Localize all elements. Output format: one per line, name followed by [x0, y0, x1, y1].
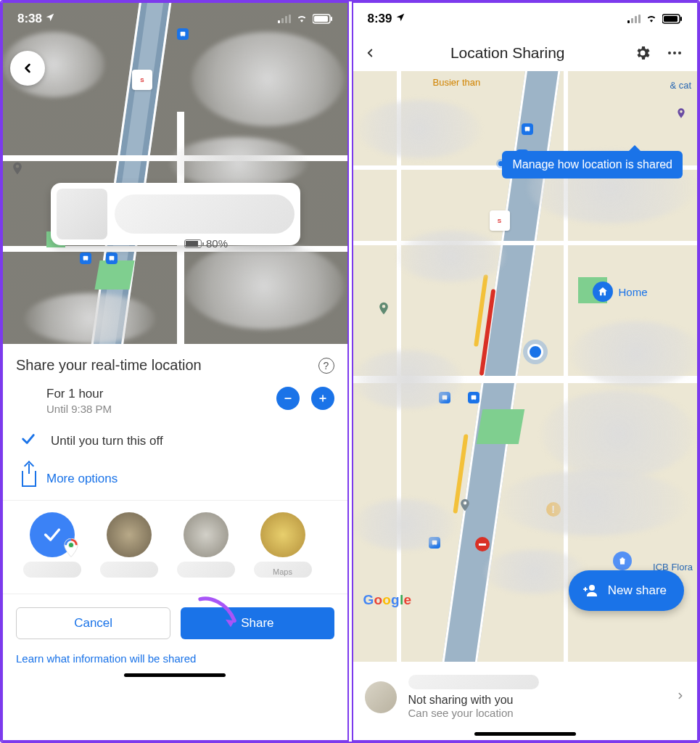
blurred-region — [192, 32, 344, 126]
contact-item[interactable]: Maps — [254, 512, 312, 578]
back-button[interactable] — [10, 51, 45, 86]
contact-avatar — [57, 189, 107, 239]
decrease-duration-button[interactable] — [276, 387, 300, 410]
map-pin-icon — [10, 159, 25, 178]
no-entry-icon — [475, 537, 490, 551]
new-share-button[interactable]: New share — [569, 570, 684, 611]
bus-stop-icon — [106, 253, 118, 264]
map-pin-icon — [675, 106, 687, 120]
contact-item[interactable] — [177, 512, 235, 578]
more-options-button[interactable]: More options — [16, 471, 334, 487]
cellular-icon — [627, 15, 641, 23]
learn-info-label: Learn what information will be shared — [16, 652, 196, 665]
map-park — [94, 260, 134, 290]
location-services-icon — [45, 12, 55, 26]
share-button[interactable]: Share — [181, 607, 334, 639]
map-park — [476, 409, 524, 444]
svg-rect-15 — [585, 587, 586, 591]
busy-label: Busier than — [433, 77, 481, 88]
tooltip-text: Manage how location is shared — [512, 158, 672, 171]
map-pin-icon — [376, 299, 391, 318]
learn-info-link[interactable]: Learn what information will be shared — [16, 652, 334, 665]
contact-avatar — [184, 512, 228, 557]
contact-name-blurred — [177, 562, 235, 578]
svg-point-11 — [673, 52, 676, 54]
location-info-card[interactable]: 80% — [51, 183, 300, 245]
svg-rect-9 — [680, 17, 682, 21]
blurred-region — [353, 499, 455, 550]
increase-duration-button[interactable] — [311, 387, 334, 410]
home-indicator[interactable] — [124, 673, 226, 677]
new-share-label: New share — [608, 583, 667, 598]
home-icon — [593, 282, 613, 302]
help-icon[interactable]: ? — [318, 358, 334, 374]
sheet-title: Share your real-time location — [16, 357, 202, 374]
svg-rect-5 — [322, 395, 324, 401]
settings-button[interactable] — [630, 44, 655, 62]
svg-rect-1 — [314, 16, 328, 22]
settings-tooltip: Manage how location is shared — [502, 151, 683, 178]
contact-battery: 80% — [184, 237, 228, 250]
contact-name-blurred — [100, 562, 158, 578]
bus-stop-icon — [522, 123, 533, 135]
cancel-button[interactable]: Cancel — [16, 607, 170, 639]
contacts-row: Maps — [16, 501, 334, 580]
contact-item[interactable] — [100, 512, 158, 578]
shared-contact-card[interactable]: Not sharing with you Can see your locati… — [353, 662, 698, 723]
status-time-text: 8:38 — [17, 12, 42, 26]
phone-right: 8:39 Location Sharing — [352, 1, 699, 742]
maps-text: Maps — [273, 567, 292, 576]
shopping-poi-icon — [613, 551, 632, 570]
poi-marker: S — [490, 210, 510, 231]
home-indicator[interactable] — [474, 732, 576, 736]
battery-percent-text: 80% — [206, 237, 228, 250]
poi-label: & cat — [670, 80, 691, 91]
blurred-region — [358, 100, 481, 158]
map-pin-icon — [458, 496, 472, 514]
status-icons — [278, 14, 333, 24]
map[interactable]: Busier than & cat S Home ! ICB Flora — [353, 71, 698, 662]
bus-stop-icon — [468, 392, 479, 403]
chevron-right-icon — [675, 691, 685, 704]
blurred-region — [571, 321, 698, 387]
duration-until-label: Until 9:38 PM — [46, 403, 112, 415]
blurred-region — [397, 231, 506, 282]
cellular-icon — [278, 15, 291, 23]
wifi-icon — [645, 14, 658, 24]
svg-point-6 — [68, 543, 73, 548]
sharing-status-text: Not sharing with you — [408, 694, 664, 707]
blurred-region — [170, 137, 308, 188]
share-sheet: Share your real-time location ? For 1 ho… — [3, 344, 347, 740]
more-menu-button[interactable] — [662, 44, 687, 62]
check-icon — [20, 431, 36, 451]
back-button[interactable] — [363, 46, 385, 59]
until-off-option[interactable]: Until you turn this off — [16, 431, 334, 451]
share-icon — [22, 471, 36, 487]
visibility-status-text: Can see your location — [408, 707, 664, 719]
map-dimmed: S 80% — [3, 3, 347, 344]
phone-left: 8:38 S — [1, 1, 349, 742]
blurred-region — [353, 350, 462, 409]
status-time: 8:38 — [17, 12, 55, 26]
poi-marker: S — [132, 70, 152, 90]
blurred-region — [25, 293, 155, 344]
svg-rect-3 — [284, 398, 291, 399]
header: Location Sharing — [353, 35, 698, 71]
blurred-region — [542, 390, 694, 477]
add-person-icon — [582, 582, 599, 599]
contact-name-blurred — [408, 675, 539, 689]
contact-name-blurred — [23, 562, 81, 578]
contact-name-blurred: Maps — [254, 562, 312, 578]
svg-point-13 — [589, 585, 595, 591]
contact-name-blurred: 80% — [115, 194, 295, 234]
more-options-label: More options — [46, 472, 118, 486]
blurred-region — [184, 242, 344, 329]
battery-level-icon — [184, 239, 202, 248]
home-pin[interactable]: Home — [593, 282, 648, 302]
contact-item-selected[interactable] — [23, 512, 81, 578]
svg-point-12 — [678, 52, 681, 54]
contact-selected-check — [30, 512, 75, 557]
duration-label: For 1 hour — [46, 387, 112, 401]
divider — [3, 594, 347, 594]
cancel-label: Cancel — [74, 616, 112, 631]
